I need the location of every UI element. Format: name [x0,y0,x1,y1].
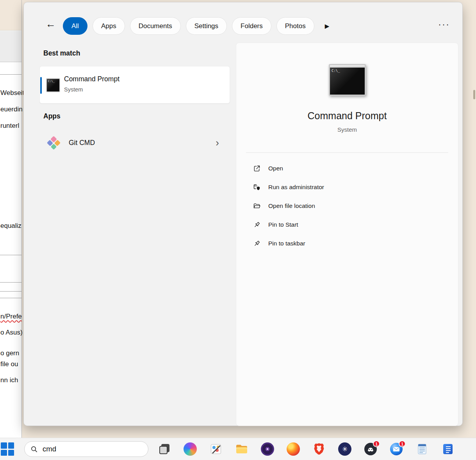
back-arrow-icon: ← [46,18,56,30]
action-label: Pin to taskbar [268,240,305,247]
taskbar: 1 1 [0,438,476,460]
command-prompt-icon: C:\_ [46,78,60,92]
search-flyout: ← All Apps Documents Settings Folders Ph… [23,2,463,426]
document-divider [0,298,21,298]
best-match-result[interactable]: C:\_ Command Prompt System [39,66,230,104]
document-text-fragment: runterl [0,122,19,130]
document-text-fragment: equaliz [0,222,21,230]
windows-start-icon[interactable] [1,442,14,456]
document-divider [0,255,21,255]
apps-heading: Apps [43,112,61,120]
document-text-fragment: nn ich [0,376,18,384]
action-label: Run as administrator [268,184,324,191]
preview-actions: Open Run as administrator Open file loca… [236,159,458,253]
document-divider [0,282,21,283]
action-run-as-administrator[interactable]: Run as administrator [236,178,458,197]
filter-tab-folders[interactable]: Folders [232,17,271,35]
search-icon [30,446,38,453]
action-label: Open [268,165,283,172]
start-tile [8,442,14,449]
folder-icon [253,202,261,210]
taskbar-app-icons: 1 1 [158,442,455,456]
start-tile [8,450,14,456]
document-text-fragment-misspelled: n/Prefe [0,313,22,320]
pin-icon [253,221,261,229]
preview-title: Command Prompt [236,110,458,122]
filter-tab-documents[interactable]: Documents [130,17,181,35]
task-view-icon[interactable] [158,442,171,456]
task-view-front-square [159,446,168,454]
action-pin-to-start[interactable]: Pin to Start [236,215,458,234]
chevron-right-icon[interactable]: › [216,138,219,148]
mail-icon[interactable]: 1 [390,442,403,456]
filter-tab-settings[interactable]: Settings [186,17,227,35]
more-options-button[interactable]: ··· [438,20,450,29]
result-title: Command Prompt [64,75,119,83]
discord-icon[interactable]: 1 [364,442,377,456]
preview-pane: C:\_ Command Prompt System Open Run as a… [236,43,458,426]
file-explorer-icon[interactable] [235,442,248,456]
asterisk-app-icon[interactable] [338,442,351,456]
folder-glyph [235,442,248,456]
notepad-glyph [415,442,429,456]
notepad-icon[interactable] [415,442,429,456]
action-label: Open file location [268,202,315,209]
app-result-label: Git CMD [69,139,95,147]
documents-app-icon[interactable] [441,442,455,456]
document-text-fragment: o gern [0,349,19,357]
document-text-fragment: file ou [0,360,18,368]
notification-badge: 1 [373,440,380,447]
command-prompt-icon-text: C:\_ [48,80,55,83]
filter-tab-apps[interactable]: Apps [93,17,125,35]
app-result-git-cmd[interactable]: Git CMD › [39,129,230,157]
document-toolbar-block [0,31,21,62]
back-button[interactable]: ← [46,19,56,29]
action-open[interactable]: Open [236,159,458,178]
taskbar-search-box[interactable] [24,441,148,457]
start-tile [1,450,7,456]
notification-badge: 1 [399,440,406,447]
action-pin-to-taskbar[interactable]: Pin to taskbar [236,234,458,253]
brave-shield-glyph [312,442,326,456]
document-divider [0,74,21,75]
document-margin-block [0,0,21,30]
admin-shield-icon [253,183,261,192]
pin-icon [253,240,261,248]
copilot-icon[interactable] [184,442,197,456]
filter-tab-photos[interactable]: Photos [276,17,314,35]
start-tile [1,442,7,449]
more-filters-icon[interactable]: ▶ [325,23,330,30]
command-prompt-icon-text: C:\_ [332,69,340,73]
document-text-fragment: Webseit [0,89,24,97]
paint-icon[interactable] [209,442,223,456]
selection-accent-bar [40,77,42,94]
search-filter-tabs: All Apps Documents Settings Folders Phot… [63,17,329,35]
command-prompt-icon-large: C:\_ [329,64,366,96]
paint-glyph [209,442,223,456]
open-external-icon [253,165,261,173]
action-label: Pin to Start [268,221,298,228]
brave-icon[interactable] [312,442,326,456]
media-disc-app-icon[interactable] [261,442,274,456]
document-text-fragment: o Asus) [0,329,23,336]
preview-divider [246,152,448,153]
background-document: Webseit euerdin runterl equaliz n/Prefe … [0,0,22,438]
git-cmd-icon [47,136,61,149]
scrollbar-thumb[interactable] [473,90,475,99]
search-input[interactable] [43,445,128,453]
document-divider [0,291,21,292]
document-text-fragment: euerdin [0,106,23,113]
filter-tab-all[interactable]: All [63,17,87,35]
preview-subtitle: System [236,126,458,133]
best-match-heading: Best match [43,49,80,57]
result-subtitle: System [64,86,83,93]
documents-glyph [441,442,455,456]
firefox-icon[interactable] [287,442,300,456]
action-open-file-location[interactable]: Open file location [236,197,458,215]
